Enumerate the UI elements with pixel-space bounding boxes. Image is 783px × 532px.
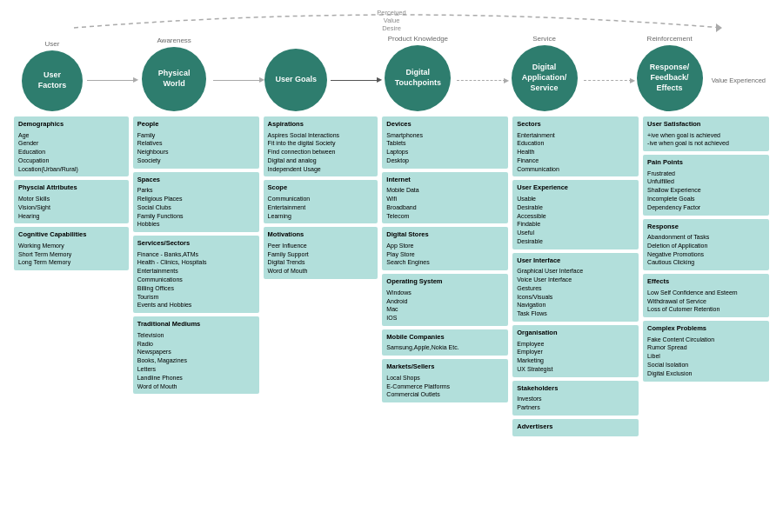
card-people-title: People xyxy=(137,120,255,130)
perceived-value-area: Perceived Value Desire xyxy=(9,9,774,33)
stage-product-knowledge: Product Knowledge DigitalTouchpoints xyxy=(378,35,457,111)
connector-5: ▶ xyxy=(584,80,632,81)
card-scope: Scope CommunicationEntertainmentLearning xyxy=(264,180,378,223)
card-user-interface-items: Graphical User InterfaceVoice User Inter… xyxy=(517,267,634,318)
card-markets-sellers-title: Markets/Sellers xyxy=(386,362,504,372)
card-markets-sellers-items: Local ShopsE-Commerce PlatformsCommercia… xyxy=(386,374,504,399)
circles-row: User UserFactors ▶ Awareness PhysicalWor… xyxy=(9,35,774,111)
stage-product-knowledge-label: Product Knowledge xyxy=(388,35,448,43)
connector-1: ▶ xyxy=(87,80,135,82)
card-traditional-mediums: Traditional Mediums TelevisionRadioNewsp… xyxy=(133,316,259,394)
card-stakeholders-title: Stakeholders xyxy=(517,384,634,394)
diagram-container: Perceived Value Desire User UserFactors … xyxy=(0,0,783,532)
card-people-items: FamilyRelativesNeighboursSoociety xyxy=(137,131,255,165)
circle-user-factors: UserFactors xyxy=(22,50,83,111)
card-demographics-title: Demographics xyxy=(18,120,124,130)
circle-digital-application: DigitalApplication/Service xyxy=(512,45,578,111)
cards-col-digital-touchpoints: Devices SmartphonesTabletsLaptopsDesktop… xyxy=(382,116,508,402)
card-advertisers-title: Advertisers xyxy=(517,422,634,432)
card-spaces: Spaces ParksReligious PlacesSocial Clubs… xyxy=(133,172,259,232)
card-people: People FamilyRelativesNeighboursSoociety xyxy=(133,116,259,169)
card-organisation: Organisation EmployeeEmployerMarketingUX… xyxy=(512,325,639,377)
circle-response: Response/Feedback/Effects xyxy=(637,45,703,111)
card-digital-stores-items: App StorePlay StoreSearch Engines xyxy=(386,242,504,267)
card-digital-stores-title: Digital Stores xyxy=(386,230,504,240)
card-cognitive-items: Working MemoryShort Term MemoryLong Term… xyxy=(18,242,124,267)
card-motivations: Motivations Peer InfluenceFamily Support… xyxy=(264,227,378,279)
perceived-value-label: Perceived Value Desire xyxy=(377,9,405,32)
connector-3: ▶ xyxy=(331,80,378,82)
card-devices: Devices SmartphonesTabletsLaptopsDesktop xyxy=(382,116,508,169)
stage-user: User UserFactors xyxy=(17,40,87,111)
card-pain-points-title: Pain Points xyxy=(647,158,765,168)
card-pain-points: Pain Points FrustratedUnfulfilledShallow… xyxy=(643,155,769,215)
cards-col-digital-application: Sectors EntertainmentEducationHealthFina… xyxy=(512,116,639,436)
cards-col-user-goals: Aspirations Aspires Social InteractionsF… xyxy=(264,116,378,279)
card-response-title: Response xyxy=(647,223,765,232)
card-operating-system-title: Operating System xyxy=(386,277,504,287)
card-user-experience: User Experience UsableDesirableAccessibl… xyxy=(512,180,639,249)
stage-reinforcement-label: Reinforcement xyxy=(647,35,693,43)
cards-col-user-factors: Demographics AgeGenderEducationOccupatio… xyxy=(14,116,129,270)
stage-service-label: Service xyxy=(532,35,556,43)
card-devices-title: Devices xyxy=(386,120,504,130)
card-effects: Effects Low Self Confidence and EsteemWi… xyxy=(643,274,769,317)
card-scope-title: Scope xyxy=(268,183,374,193)
card-physical-attributes-items: Motor SkillsVision/SightHearing xyxy=(18,195,124,220)
stage-user-goals: User Goals xyxy=(261,37,331,111)
card-user-interface-title: User Interface xyxy=(517,256,634,266)
card-markets-sellers: Markets/Sellers Local ShopsE-Commerce Pl… xyxy=(382,359,508,402)
card-complex-problems-items: Fake Content CirculationRumor SpreadLibe… xyxy=(647,336,765,378)
card-services-sectors-items: Finance - Banks,ATMsHealth - Clinics, Ho… xyxy=(137,250,255,310)
card-digital-stores: Digital Stores App StorePlay StoreSearch… xyxy=(382,227,508,270)
connector-2: ▶ xyxy=(213,80,261,82)
card-sectors-title: Sectors xyxy=(517,120,634,130)
card-aspirations-items: Aspires Social InteractionsFit into the … xyxy=(268,131,374,174)
card-motivations-title: Motivations xyxy=(268,230,374,240)
card-physical-attributes-title: Physcial Attributes xyxy=(18,183,124,193)
card-aspirations-title: Aspirations xyxy=(268,120,374,130)
card-motivations-items: Peer InfluenceFamily SupportDigital Tren… xyxy=(268,242,374,276)
card-services-sectors: Services/Sectors Finance - Banks,ATMsHea… xyxy=(133,236,259,313)
stage-awareness-label: Awareness xyxy=(157,37,191,44)
circle-digital-touchpoints: DigitalTouchpoints xyxy=(385,45,451,111)
card-user-experience-title: User Experience xyxy=(517,183,634,193)
card-operating-system: Operating System WindowsAndroidMacIOS xyxy=(382,274,508,326)
card-sectors-items: EntertainmentEducationHealthFinanceCommu… xyxy=(517,131,634,174)
card-traditional-mediums-title: Traditional Mediums xyxy=(137,320,255,329)
card-internet: Internet Mobile DataWifiBroadbandTelecom xyxy=(382,172,508,224)
card-user-satisfaction-title: User Satisfaction xyxy=(647,120,765,130)
card-physical-attributes: Physcial Attributes Motor SkillsVision/S… xyxy=(14,180,129,223)
card-user-interface: User Interface Graphical User InterfaceV… xyxy=(512,253,639,322)
card-organisation-items: EmployeeEmployerMarketingUX Strategist xyxy=(517,340,634,374)
circle-physical-world: PhysicalWorld xyxy=(142,47,206,111)
card-response-items: Abandonment of TasksDeletion of Applicat… xyxy=(647,233,765,267)
card-mobile-companies-items: Samsung,Apple,Nokia Etc. xyxy=(386,343,504,352)
svg-marker-0 xyxy=(716,23,722,32)
circle-user-goals: User Goals xyxy=(264,49,327,111)
card-scope-items: CommunicationEntertainmentLearning xyxy=(268,195,374,220)
card-spaces-items: ParksReligious PlacesSocial ClubsFamily … xyxy=(137,186,255,229)
value-experienced: Value Experienced xyxy=(712,76,766,85)
value-experienced-label: Value Experienced xyxy=(712,76,766,85)
cards-col-response: User Satisfaction +ive when goal is achi… xyxy=(643,116,769,382)
card-devices-items: SmartphonesTabletsLaptopsDesktop xyxy=(386,131,504,165)
stage-service: Service DigitalApplication/Service xyxy=(505,35,584,111)
card-organisation-title: Organisation xyxy=(517,329,634,338)
card-demographics: Demographics AgeGenderEducationOccupatio… xyxy=(14,116,129,176)
card-response: Response Abandonment of TasksDeletion of… xyxy=(643,219,769,271)
stage-reinforcement: Reinforcement Response/Feedback/Effects xyxy=(632,35,708,111)
card-pain-points-items: FrustratedUnfulfilledShallow ExperienceI… xyxy=(647,170,765,212)
card-user-satisfaction-items: +ive when goal is achieved-ive when goal… xyxy=(647,131,765,149)
card-effects-items: Low Self Confidence and EsteemWithdrawal… xyxy=(647,289,765,314)
card-effects-title: Effects xyxy=(647,277,765,287)
card-complex-problems: Complex Problems Fake Content Circulatio… xyxy=(643,321,769,381)
card-advertisers: Advertisers xyxy=(512,419,639,437)
card-cognitive: Cognitive Capabilities Working MemorySho… xyxy=(14,227,129,270)
card-complex-problems-title: Complex Problems xyxy=(647,324,765,334)
card-user-experience-items: UsableDesirableAccessibleFindableUsefulD… xyxy=(517,195,634,246)
card-stakeholders: Stakeholders InvestorsPartners xyxy=(512,381,639,416)
card-traditional-mediums-items: TelevisionRadioNewspapersBooks, Magazine… xyxy=(137,331,255,391)
cards-section: Demographics AgeGenderEducationOccupatio… xyxy=(9,116,774,436)
card-services-sectors-title: Services/Sectors xyxy=(137,239,255,249)
